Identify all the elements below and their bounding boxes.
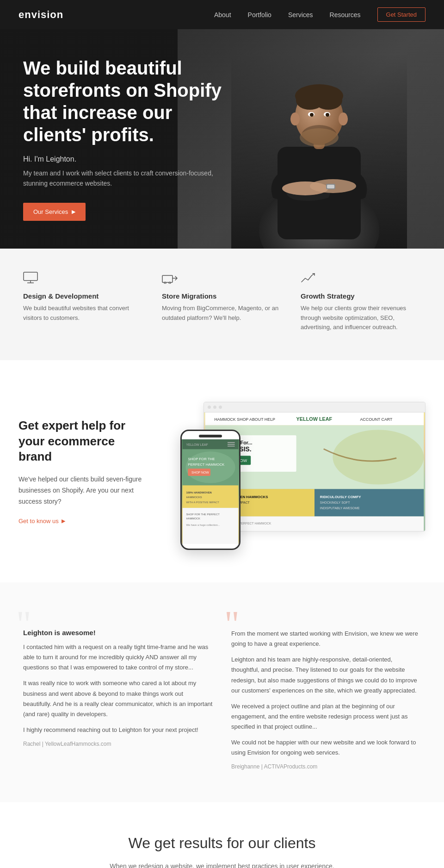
hero-cta-button[interactable]: Our Services ▶ <box>23 203 86 221</box>
svg-text:INDISPUTABLY AWESOME: INDISPUTABLY AWESOME <box>320 506 360 510</box>
service-item-growth: Growth Strategy We help our clients grow… <box>301 272 421 332</box>
testimonial-1-para-1: I contacted him with a request on a real… <box>23 642 213 673</box>
growth-description: We help our clients grow their revenues … <box>301 304 421 332</box>
testimonials-section: " Leighton is awesome! I contacted him w… <box>0 582 444 802</box>
results-title: We get results for our clients <box>18 835 426 852</box>
about-section: Get expert help for your ecommerce brand… <box>0 360 444 582</box>
about-images: HAMMOCK SHOP ABOUT HELP ACCOUNT CART It'… <box>166 393 426 550</box>
migrations-title: Store Migrations <box>162 292 282 300</box>
svg-text:ACCOUNT   CART: ACCOUNT CART <box>360 417 393 422</box>
mockup-dot-2 <box>213 406 216 409</box>
testimonial-2-para-3: We received a project outline and plan a… <box>231 701 421 732</box>
about-text: Get expert help for your ecommerce brand… <box>18 418 166 525</box>
migrations-icon <box>162 272 282 287</box>
results-section: We get results for our clients When we r… <box>0 802 444 868</box>
about-title: Get expert help for your ecommerce brand <box>18 418 148 465</box>
nav-resources[interactable]: Resources <box>330 11 361 19</box>
svg-point-16 <box>300 128 339 147</box>
mockup-dot-1 <box>208 406 211 409</box>
testimonial-2-para-1: From the moment we started working with … <box>231 629 421 649</box>
svg-point-8 <box>314 91 342 110</box>
hero-greeting: Hi. I'm Leighton. <box>23 155 222 163</box>
growth-title: Growth Strategy <box>301 292 421 300</box>
svg-text:YELLOW LEAF: YELLOW LEAF <box>186 443 208 446</box>
hero-section: We build beautiful storefronts on Shopif… <box>0 29 444 249</box>
svg-point-14 <box>326 113 329 117</box>
phone-notch <box>199 435 222 437</box>
svg-text:HAMMOCKS: HAMMOCKS <box>186 496 202 499</box>
svg-rect-19 <box>24 272 37 281</box>
testimonial-1-para-3: I highly recommend reaching out to Leigh… <box>23 725 213 735</box>
testimonial-1-title: Leighton is awesome! <box>23 615 213 637</box>
svg-text:We have a huge collection...: We have a huge collection... <box>186 524 220 526</box>
mockup-desktop-bar <box>204 402 425 412</box>
about-link-label: Get to know us <box>18 518 59 525</box>
about-link[interactable]: Get to know us ▶ <box>18 518 65 525</box>
testimonial-1-para-2: It was really nice to work with someone … <box>23 678 213 719</box>
svg-point-52 <box>185 451 235 483</box>
about-link-icon: ▶ <box>62 518 65 524</box>
svg-point-10 <box>339 112 348 125</box>
svg-point-24 <box>169 282 171 284</box>
phone-mockup: YELLOW LEAF SHOP FOR THE PERFECT HAMMOCK… <box>180 430 240 550</box>
svg-point-9 <box>290 112 300 125</box>
testimonials-grid: " Leighton is awesome! I contacted him w… <box>23 615 421 770</box>
services-strip: Design & Development We build beautiful … <box>0 249 444 360</box>
growth-icon <box>301 272 421 287</box>
svg-rect-18 <box>327 185 334 188</box>
nav-about[interactable]: About <box>214 11 231 19</box>
quote-mark-1: " <box>16 606 31 643</box>
phone-content: YELLOW LEAF SHOP FOR THE PERFECT HAMMOCK… <box>182 439 239 544</box>
hero-cta-label: Our Services <box>33 208 68 215</box>
svg-text:WITH A POSITIVE IMPACT: WITH A POSITIVE IMPACT <box>186 501 219 504</box>
service-item-migrations: Store Migrations Moving from BigCommerce… <box>162 272 282 332</box>
phone-content-svg: YELLOW LEAF SHOP FOR THE PERFECT HAMMOCK… <box>182 439 239 544</box>
nav-services[interactable]: Services <box>288 11 313 19</box>
quote-mark-2: " <box>224 606 240 643</box>
svg-text:SHOCKINGLY SOFT: SHOCKINGLY SOFT <box>320 501 350 504</box>
about-description: We've helped our clients build seven-fig… <box>18 474 148 507</box>
svg-text:YELLOW LEAF: YELLOW LEAF <box>296 416 333 422</box>
svg-text:SHOP FOR THE: SHOP FOR THE <box>188 457 215 461</box>
svg-point-13 <box>310 113 314 117</box>
testimonial-item-2: " From the moment we started working wit… <box>231 615 421 770</box>
hero-subtitle: My team and I work with select clients t… <box>23 168 222 189</box>
svg-text:SHOP FOR THE PERFECT: SHOP FOR THE PERFECT <box>186 513 220 516</box>
design-description: We build beautiful websites that convert… <box>23 304 143 323</box>
nav-links: About Portfolio Services Resources Get S… <box>214 7 426 22</box>
hero-person-svg <box>245 54 393 249</box>
migrations-description: Moving from BigCommerce, Magento, or an … <box>162 304 282 323</box>
main-nav: envision About Portfolio Services Resour… <box>0 0 444 29</box>
testimonial-1-author: Rachel | YellowLeafHammocks.com <box>23 741 213 747</box>
service-item-design: Design & Development We build beautiful … <box>23 272 143 332</box>
svg-point-23 <box>164 282 166 284</box>
nav-portfolio[interactable]: Portfolio <box>248 11 271 19</box>
testimonial-2-author: Breighanne | ACTIVAProducts.com <box>231 763 421 770</box>
svg-text:100% HANDWOVEN: 100% HANDWOVEN <box>186 491 211 494</box>
svg-rect-22 <box>162 275 173 282</box>
design-icon <box>23 272 143 287</box>
hero-cta-icon: ▶ <box>72 209 75 215</box>
testimonial-item-1: " Leighton is awesome! I contacted him w… <box>23 615 213 770</box>
svg-text:SHOP NOW: SHOP NOW <box>191 471 209 474</box>
svg-text:RIDICULOUSLY COMFY: RIDICULOUSLY COMFY <box>320 495 361 499</box>
svg-text:HAMMOCK: HAMMOCK <box>186 518 200 520</box>
nav-cta-button[interactable]: Get Started <box>377 7 426 22</box>
hero-content: We build beautiful storefronts on Shopif… <box>0 29 240 249</box>
svg-text:PERFECT HAMMOCK: PERFECT HAMMOCK <box>188 462 225 467</box>
design-title: Design & Development <box>23 292 143 300</box>
hero-title: We build beautiful storefronts on Shopif… <box>23 57 222 146</box>
testimonial-2-para-4: We could not be happier with our new web… <box>231 737 421 758</box>
results-description: When we redesign a website, we implement… <box>106 861 338 868</box>
logo[interactable]: envision <box>18 9 63 21</box>
mockup-dot-3 <box>219 406 222 409</box>
svg-text:HAMMOCK SHOP   ABOUT   HELP: HAMMOCK SHOP ABOUT HELP <box>214 417 275 422</box>
testimonial-2-para-2: Leighton and his team are highly-respons… <box>231 655 421 695</box>
hero-person-image <box>231 54 407 249</box>
